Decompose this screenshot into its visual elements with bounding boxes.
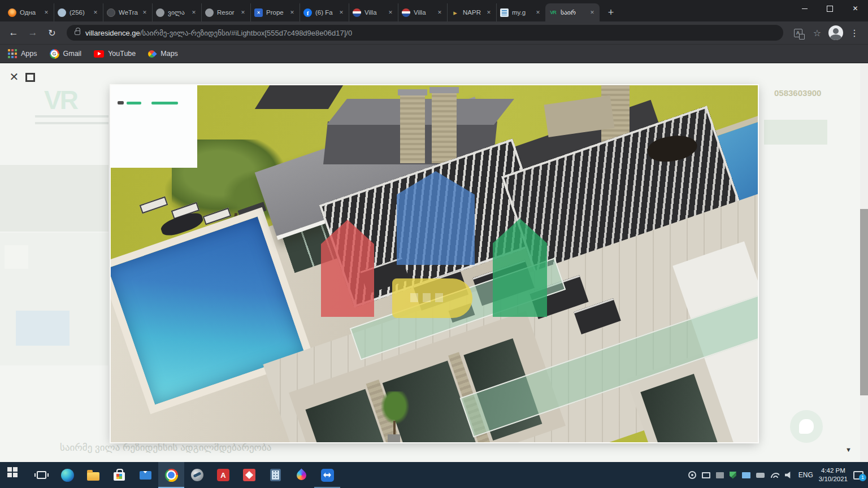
tab-label: Villa xyxy=(414,9,436,16)
tab-close-icon[interactable] xyxy=(588,8,596,16)
tab-wetransfer[interactable]: WeTra xyxy=(103,3,152,21)
notification-badge: 1 xyxy=(859,474,866,481)
edge-icon xyxy=(61,469,74,482)
tab-close-icon[interactable] xyxy=(42,8,50,16)
tab-mygov[interactable]: my.g xyxy=(496,3,545,21)
watermark-yellow-windows xyxy=(410,293,418,302)
taskbar-file-explorer[interactable] xyxy=(80,462,106,488)
task-view-button[interactable] xyxy=(28,462,54,488)
tab-256[interactable]: (256) xyxy=(54,3,103,21)
site-favicon xyxy=(205,8,214,17)
tab-close-icon[interactable] xyxy=(485,8,493,16)
taskbar-mail[interactable] xyxy=(132,462,158,488)
tray-monitor-icon[interactable] xyxy=(702,472,710,478)
tab-facebook[interactable]: (6) Fa xyxy=(300,3,349,21)
taskbar-acrobat[interactable] xyxy=(210,462,236,488)
taskbar-calculator[interactable] xyxy=(262,462,288,488)
bookmark-maps[interactable]: Maps xyxy=(148,50,178,58)
tab-napr[interactable]: NAPR xyxy=(447,3,496,21)
page-content: VR 0583603900 საირმე ვილა რეზიდენსის ადგ… xyxy=(0,63,868,462)
translate-button[interactable] xyxy=(790,25,806,41)
lightbox-close-button[interactable] xyxy=(7,70,21,84)
render-roof-patch xyxy=(255,85,343,109)
profile-avatar[interactable] xyxy=(828,25,843,40)
render-green-dash xyxy=(127,102,141,104)
taskbar-edge[interactable] xyxy=(54,462,80,488)
watermark-yellow-house xyxy=(392,278,472,318)
task-view-icon xyxy=(37,471,46,479)
lightbox-fullscreen-button[interactable] xyxy=(25,73,35,82)
bookmark-youtube[interactable]: YouTube xyxy=(94,50,136,58)
taskbar-chrome-active[interactable] xyxy=(158,462,184,488)
clock[interactable]: 4:42 PM 3/10/2021 xyxy=(819,467,848,483)
tray-device-icon[interactable] xyxy=(716,472,724,478)
teamviewer-icon xyxy=(321,469,334,482)
taskbar-red-app[interactable] xyxy=(236,462,262,488)
action-center-icon[interactable]: 1 xyxy=(853,471,863,480)
image-caption-faint: საირმე ვილა რეზიდენსის ადგილმდებარეობა xyxy=(60,442,271,454)
youtube-icon xyxy=(94,50,104,58)
start-button[interactable] xyxy=(2,462,28,488)
windows-logo-icon xyxy=(7,467,12,472)
tab-close-icon[interactable] xyxy=(141,8,149,16)
lightbox-image-villa-render[interactable] xyxy=(111,85,758,442)
taskbar-store[interactable] xyxy=(106,462,132,488)
back-button[interactable] xyxy=(6,25,21,41)
tab-villa-1[interactable]: Villa xyxy=(349,3,398,21)
url-domain: villaresidence.ge xyxy=(85,29,140,37)
tab-odnoklassniki[interactable]: Одна xyxy=(5,3,54,21)
page-scrollbar[interactable] xyxy=(860,63,868,462)
bookmark-gmail[interactable]: Gmail xyxy=(50,49,82,59)
tab-villaresidence-active[interactable]: საირ xyxy=(545,3,600,21)
reload-button[interactable] xyxy=(44,25,60,41)
tab-close-icon[interactable] xyxy=(190,8,198,16)
bookmark-star-button[interactable] xyxy=(809,25,825,41)
render-potted-tree xyxy=(381,391,409,424)
apps-grid-icon xyxy=(8,49,10,51)
mail-icon xyxy=(140,471,151,480)
taskbar-teamviewer[interactable] xyxy=(314,462,340,488)
language-indicator[interactable]: ENG xyxy=(798,471,813,479)
menu-kebab-button[interactable] xyxy=(847,25,862,41)
scroll-down-arrow-icon[interactable] xyxy=(845,444,852,454)
tab-vila[interactable]: ვილა xyxy=(152,3,201,21)
window-controls xyxy=(792,0,868,17)
tab-close-icon[interactable] xyxy=(239,8,247,16)
tray-defender-icon[interactable] xyxy=(730,472,736,479)
close-window-button[interactable] xyxy=(843,0,868,17)
tab-close-icon[interactable] xyxy=(534,8,542,16)
volume-icon[interactable] xyxy=(785,472,793,478)
background-green-button xyxy=(764,120,827,145)
tab-close-icon[interactable] xyxy=(387,8,394,16)
tab-resort[interactable]: Resor xyxy=(201,3,250,21)
background-phone-number: 0583603900 xyxy=(774,88,821,98)
store-bag-icon xyxy=(114,472,125,481)
tab-villa-2[interactable]: Villa xyxy=(398,3,447,21)
bookmark-label: Maps xyxy=(160,50,178,58)
tab-close-icon[interactable] xyxy=(92,8,99,16)
tray-sync-icon[interactable] xyxy=(688,471,696,479)
taskbar-app[interactable] xyxy=(184,462,210,488)
new-tab-button[interactable] xyxy=(603,5,619,20)
chat-widget[interactable] xyxy=(790,410,823,443)
tray-usb-icon[interactable] xyxy=(756,473,765,478)
forward-button[interactable] xyxy=(25,25,41,41)
maximize-button[interactable] xyxy=(817,0,843,17)
tab-property[interactable]: Prope xyxy=(250,3,300,21)
translate-icon xyxy=(794,29,802,37)
tab-label: NAPR xyxy=(463,9,485,16)
odnoklassniki-favicon xyxy=(8,8,16,17)
background-vr-thumb xyxy=(5,245,28,269)
bookmark-apps[interactable]: Apps xyxy=(8,50,37,58)
scrollbar-thumb[interactable] xyxy=(860,209,868,395)
wifi-icon[interactable] xyxy=(770,472,779,478)
tray-display-icon[interactable] xyxy=(742,472,750,478)
tab-close-icon[interactable] xyxy=(337,8,345,16)
address-bar[interactable]: villaresidence.ge /საირმე-ვილა-რეზიდენსი… xyxy=(67,25,783,41)
maps-pin-icon xyxy=(147,49,157,59)
tab-close-icon[interactable] xyxy=(288,8,296,16)
taskbar-paint3d[interactable] xyxy=(288,462,314,488)
tab-close-icon[interactable] xyxy=(436,8,444,16)
minimize-button[interactable] xyxy=(792,0,817,17)
background-logo-text xyxy=(35,115,108,117)
